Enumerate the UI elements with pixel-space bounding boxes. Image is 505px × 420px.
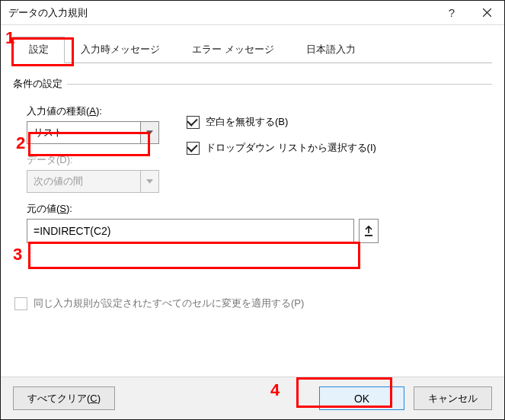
data-validation-dialog: データの入力規則 ? 設定 入力時メッセージ エラー メッセージ 日本語入力 条…: [0, 0, 505, 420]
in-cell-dropdown-checkbox[interactable]: ドロップダウン リストから選択する(I): [187, 141, 376, 155]
tab-error-alert[interactable]: エラー メッセージ: [176, 37, 290, 63]
checkbox-icon: [187, 116, 200, 129]
close-icon: [483, 8, 491, 17]
collapse-dialog-button[interactable]: [359, 219, 379, 243]
allow-combo-input[interactable]: [27, 121, 141, 144]
allow-combo-dropdown[interactable]: [141, 121, 159, 144]
data-combo: [27, 170, 187, 193]
help-button[interactable]: ?: [434, 1, 469, 24]
checkbox-icon: [14, 297, 27, 310]
chevron-down-icon: [146, 179, 153, 184]
group-criteria: 条件の設定: [13, 77, 492, 91]
in-cell-dropdown-label: ドロップダウン リストから選択する(I): [206, 141, 376, 155]
allow-combo[interactable]: [27, 121, 187, 144]
tab-strip: 設定 入力時メッセージ エラー メッセージ 日本語入力: [13, 36, 492, 63]
dialog-title: データの入力規則: [8, 6, 434, 20]
ok-button[interactable]: OK: [319, 386, 404, 410]
apply-all-label: 同じ入力規則が設定されたすべてのセルに変更を適用する(P): [34, 297, 304, 310]
data-label: データ(D):: [27, 153, 187, 167]
chevron-down-icon: [146, 130, 153, 135]
tab-input-message[interactable]: 入力時メッセージ: [65, 37, 176, 63]
data-combo-dropdown: [141, 170, 159, 193]
ignore-blank-checkbox[interactable]: 空白を無視する(B): [187, 115, 376, 129]
group-criteria-label: 条件の設定: [13, 77, 62, 91]
source-input[interactable]: [27, 219, 354, 243]
tab-settings[interactable]: 設定: [13, 37, 65, 63]
checkbox-icon: [187, 142, 200, 155]
close-button[interactable]: [469, 1, 504, 24]
allow-label: 入力値の種類(A):: [27, 104, 187, 118]
clear-all-button[interactable]: すべてクリア(C): [13, 386, 115, 410]
apply-all-checkbox: 同じ入力規則が設定されたすべてのセルに変更を適用する(P): [13, 297, 492, 310]
titlebar: データの入力規則 ?: [1, 1, 504, 25]
cancel-button[interactable]: キャンセル: [414, 386, 492, 410]
source-label: 元の値(S):: [27, 202, 492, 216]
tab-ime-mode[interactable]: 日本語入力: [290, 37, 372, 63]
range-select-icon: [364, 226, 373, 236]
data-combo-input: [27, 170, 141, 193]
dialog-footer: すべてクリア(C) OK キャンセル: [1, 377, 504, 419]
ignore-blank-label: 空白を無視する(B): [206, 115, 288, 129]
